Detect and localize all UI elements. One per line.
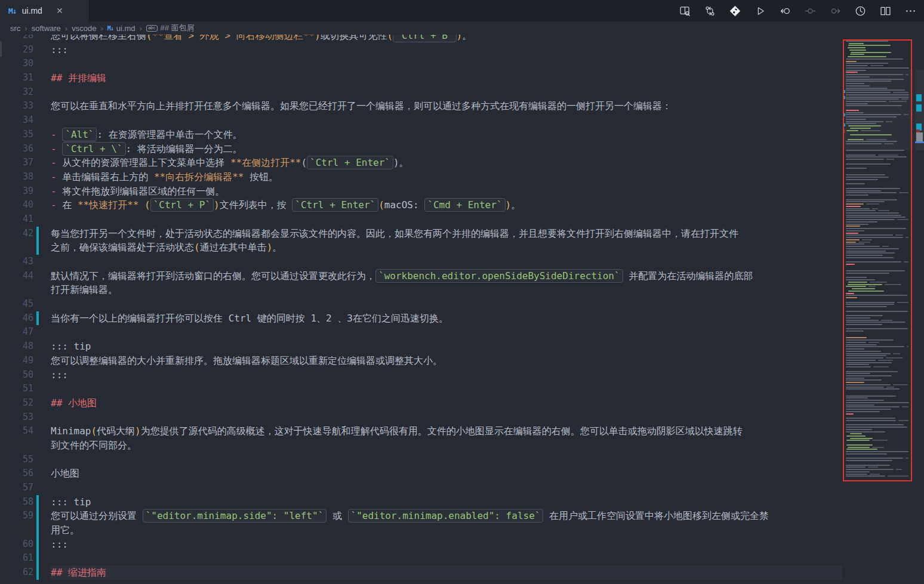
previous-change-icon[interactable] xyxy=(779,5,791,17)
minimap-line xyxy=(870,282,888,283)
minimap-line xyxy=(846,411,880,412)
minimap-line xyxy=(846,328,908,329)
editor-line[interactable]: 29::: xyxy=(0,43,924,57)
minimap-line xyxy=(878,360,894,361)
modified-line-indicator xyxy=(36,537,39,552)
breadcrumb-item-src[interactable]: src xyxy=(10,24,20,33)
editor-line[interactable]: 36- `Ctrl + \`: 将活动编辑器一分为二。 xyxy=(0,142,924,156)
minimap-line xyxy=(846,230,864,231)
editor-line[interactable]: 58::: tip xyxy=(0,495,924,509)
more-actions-icon[interactable] xyxy=(904,5,917,17)
minimap-line xyxy=(886,159,894,160)
minimap-line xyxy=(846,246,880,247)
editor-line[interactable]: 44默认情况下，编辑器将打开到活动窗口的右侧。您可以通过设置更改此行为，`wor… xyxy=(0,269,924,283)
editor-line[interactable]: 39- 将文件拖放到编辑器区域的任何一侧。 xyxy=(0,184,924,199)
minimap-line xyxy=(848,284,882,285)
editor-line[interactable]: 50::: xyxy=(0,368,924,382)
editor-line[interactable]: 30 xyxy=(0,57,924,71)
editor-line[interactable]: 32 xyxy=(0,85,924,100)
minimap-line xyxy=(905,458,908,459)
markdown-preview-enhanced-icon[interactable] xyxy=(729,5,741,17)
breadcrumb-item-ui-md[interactable]: M↓ui.md xyxy=(107,24,135,33)
scrollbar-slider[interactable] xyxy=(916,132,923,142)
minimap-line xyxy=(846,199,897,200)
editor-line[interactable]: 到文件的不同部分。 xyxy=(0,438,924,453)
line-content: 您可以在垂直和水平方向上并排打开任意多个编辑器。如果您已经打开了一个编辑器，则可… xyxy=(51,99,842,113)
line-number: 43 xyxy=(0,255,33,269)
minimap-line xyxy=(846,330,864,332)
editor-line[interactable]: 用它。 xyxy=(0,523,924,537)
editor-line[interactable]: 35- `Alt`: 在资源管理器中单击一个文件。 xyxy=(0,128,924,142)
editor-line[interactable]: 55 xyxy=(0,453,924,467)
editor-line[interactable]: 54Minimap(代码大纲)为您提供了源代码的高级概述，这对于快速导航和理解代… xyxy=(0,424,924,438)
line-number: 47 xyxy=(0,325,33,339)
minimap-line xyxy=(904,261,908,262)
editor-line[interactable]: 48::: tip xyxy=(0,339,924,354)
editor-line[interactable]: 62## 缩进指南 xyxy=(0,566,924,580)
minimap-line xyxy=(846,121,883,122)
editor-line[interactable]: 52## 小地图 xyxy=(0,396,924,410)
minimap-line xyxy=(846,143,882,144)
breadcrumb-item--[interactable]: abc## 面包屑 xyxy=(146,23,195,33)
minimap-line xyxy=(878,155,899,156)
minimap-line xyxy=(850,438,873,439)
markdown-icon: M↓ xyxy=(8,7,17,16)
editor-line[interactable]: 打开新编辑器。 xyxy=(0,283,924,297)
minimap-line xyxy=(846,188,900,189)
editor-line[interactable]: 34 xyxy=(0,113,924,128)
line-content: 到文件的不同部分。 xyxy=(51,438,842,453)
editor-line[interactable]: 31## 并排编辑 xyxy=(0,71,924,85)
editor-line[interactable]: 40- 在 **快速打开** (`Ctrl + P`)文件列表中，按 `Ctrl… xyxy=(0,198,924,212)
editor-line[interactable]: 57 xyxy=(0,481,924,495)
minimap-line xyxy=(846,63,888,64)
minimap-line xyxy=(846,212,899,214)
editor-line[interactable]: 47 xyxy=(0,325,924,339)
editor-line[interactable]: 43 xyxy=(0,255,924,269)
editor-line[interactable]: 49您可以调整编辑器的大小并重新排序。拖放编辑器标题区域以重新定位编辑器或调整其… xyxy=(0,354,924,368)
split-editor-icon[interactable] xyxy=(879,5,892,17)
next-change-icon[interactable] xyxy=(829,5,842,17)
editor-line[interactable]: 61 xyxy=(0,551,924,566)
line-number: 57 xyxy=(0,481,33,495)
editor-line[interactable]: 之前，确保该编辑器处于活动状态(通过在其中单击)。 xyxy=(0,240,924,255)
open-preview-side-icon[interactable] xyxy=(679,5,691,17)
minimap-line xyxy=(846,201,885,202)
editor-line[interactable]: 28您可以将侧栏移至右侧(**查看 > 外观 > 向右移动侧边栏**)或切换其可… xyxy=(0,35,924,43)
line-content: ## 缩进指南 xyxy=(51,566,842,580)
close-icon[interactable]: ✕ xyxy=(56,6,63,16)
editor-line[interactable]: 41 xyxy=(0,212,924,227)
minimap-line xyxy=(846,466,866,468)
editor-line[interactable]: 45 xyxy=(0,297,924,311)
minimap-line xyxy=(846,353,891,354)
editor-line[interactable]: 46当你有一个以上的编辑器打开你可以按住 Ctrl 键的同时按 1、2 、3在它… xyxy=(0,311,924,326)
history-icon[interactable] xyxy=(854,5,867,17)
scrollbar[interactable] xyxy=(915,35,924,584)
editor-line[interactable]: 53 xyxy=(0,410,924,425)
minimap-line xyxy=(846,252,895,254)
run-icon[interactable] xyxy=(754,5,766,17)
breadcrumb-item-vscode[interactable]: vscode xyxy=(72,24,96,33)
line-content: 打开新编辑器。 xyxy=(51,283,842,297)
minimap-line xyxy=(846,194,868,196)
editor-area[interactable]: 28您可以将侧栏移至右侧(**查看 > 外观 > 向右移动侧边栏**)或切换其可… xyxy=(0,35,924,584)
editor-line[interactable]: 33您可以在垂直和水平方向上并排打开任意多个编辑器。如果您已经打开了一个编辑器，… xyxy=(0,99,924,113)
editor-line[interactable]: 37- 从文件的资源管理器上下文菜单中选择 **在侧边打开**(`Ctrl + … xyxy=(0,156,924,170)
editor-line[interactable]: 56小地图 xyxy=(0,466,924,481)
line-number: 30 xyxy=(0,57,33,71)
minimap-line xyxy=(846,320,879,321)
line-number: 50 xyxy=(0,368,33,382)
breadcrumb-item-software[interactable]: software xyxy=(32,24,61,33)
line-number: 35 xyxy=(0,128,33,142)
editor-line[interactable]: 38- 单击编辑器右上方的 **向右拆分编辑器** 按钮。 xyxy=(0,170,924,184)
editor-line[interactable]: 51 xyxy=(0,382,924,396)
tab-ui-md[interactable]: M↓ ui.md ✕ xyxy=(0,0,90,21)
editor-line[interactable]: 59您可以通过分别设置 `"editor.minimap.side": "lef… xyxy=(0,509,924,523)
line-content: - `Ctrl + \`: 将活动编辑器一分为二。 xyxy=(51,142,842,156)
minimap[interactable] xyxy=(843,35,913,584)
change-icon[interactable] xyxy=(804,5,817,17)
minimap-line xyxy=(848,56,886,57)
editor-line[interactable]: 60::: xyxy=(0,537,924,552)
git-compare-icon[interactable] xyxy=(704,5,716,17)
modified-line-indicator xyxy=(36,227,39,241)
editor-line[interactable]: 42每当您打开另一个文件时，处于活动状态的编辑器都会显示该文件的内容。因此，如果… xyxy=(0,227,924,241)
